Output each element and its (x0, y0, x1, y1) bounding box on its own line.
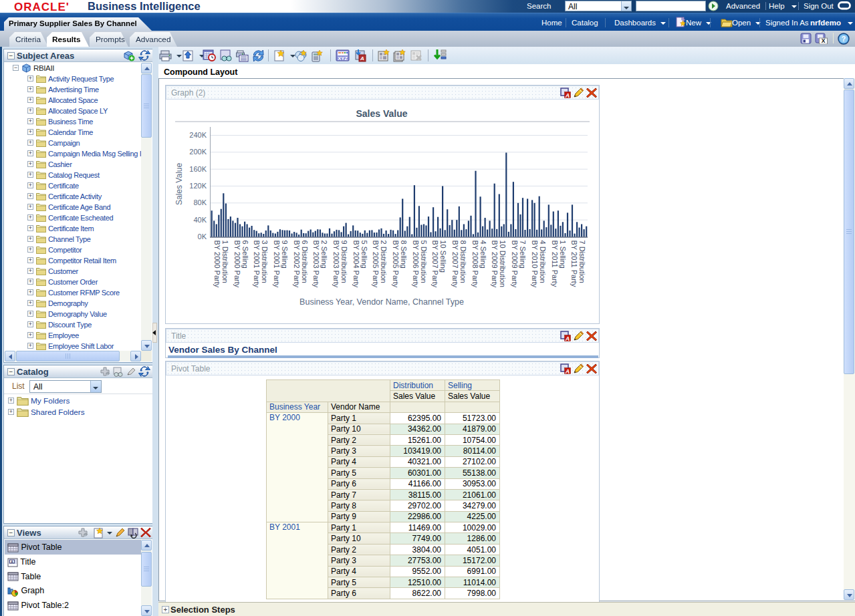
svg-text:X: X (822, 37, 826, 44)
svg-text:Sales Value: Sales Value (356, 108, 407, 119)
svg-text:7 Selling: 7 Selling (519, 241, 527, 269)
svg-text:200K: 200K (189, 148, 207, 156)
svg-text:3 Distribution: 3 Distribution (261, 241, 269, 283)
svg-text:A: A (565, 335, 570, 342)
svg-text:4 Distribution: 4 Distribution (539, 241, 547, 283)
svg-text:BY 2005 Party: BY 2005 Party (372, 241, 380, 288)
svg-text:2 Selling: 2 Selling (320, 241, 328, 269)
svg-text:A: A (11, 559, 13, 563)
svg-text:9 Distribution: 9 Distribution (340, 241, 348, 283)
svg-text:Sales Value: Sales Value (174, 163, 184, 205)
svg-text:BY 2003 Party: BY 2003 Party (312, 241, 320, 288)
svg-text:7 Distribution: 7 Distribution (578, 241, 586, 283)
svg-text:1 Distribution: 1 Distribution (221, 241, 229, 283)
svg-text:XYZ: XYZ (338, 55, 348, 61)
svg-text:?: ? (842, 35, 846, 43)
svg-text:9 Selling: 9 Selling (281, 241, 289, 269)
svg-text:240K: 240K (189, 131, 207, 139)
svg-text:Business Year, Vendor Name, Ch: Business Year, Vendor Name, Channel Type (299, 297, 464, 307)
svg-text:BY 2006 Party: BY 2006 Party (412, 241, 420, 288)
svg-text:5 Distribution: 5 Distribution (420, 241, 428, 283)
svg-text:10 Selling: 10 Selling (439, 241, 447, 273)
svg-text:BY 2007 Party: BY 2007 Party (451, 241, 459, 288)
svg-text:8 Distribution: 8 Distribution (459, 241, 467, 283)
svg-text:A: A (360, 55, 364, 61)
svg-text:BY 2004 Party: BY 2004 Party (352, 241, 360, 288)
svg-text:6 Selling: 6 Selling (241, 241, 249, 269)
svg-text:10 Distribution: 10 Distribution (499, 241, 507, 287)
svg-text:BY 2003 Party: BY 2003 Party (332, 241, 340, 288)
svg-text:BY 2001 Party: BY 2001 Party (273, 241, 281, 288)
svg-text:A: A (565, 368, 570, 375)
svg-text:0K: 0K (198, 233, 207, 241)
svg-text:160K: 160K (189, 165, 207, 173)
svg-text:BY 2011 Party: BY 2011 Party (570, 241, 578, 287)
svg-text:6 Distribution: 6 Distribution (301, 241, 309, 283)
svg-text:BY 2001 Party: BY 2001 Party (253, 241, 261, 288)
svg-text:2 Distribution: 2 Distribution (380, 241, 388, 283)
svg-text:1 Selling: 1 Selling (559, 241, 567, 269)
svg-text:BY 2000 Party: BY 2000 Party (213, 241, 221, 288)
svg-text:BY 2002 Party: BY 2002 Party (293, 241, 301, 288)
svg-text:120K: 120K (189, 182, 207, 190)
svg-text:BY 2010 Party: BY 2010 Party (531, 241, 539, 288)
svg-text:4 Selling: 4 Selling (479, 241, 487, 269)
svg-text:BY 2008 Party: BY 2008 Party (471, 241, 479, 288)
svg-text:BY 2005 Party: BY 2005 Party (392, 241, 400, 288)
svg-text:BY 2007 Party: BY 2007 Party (431, 241, 439, 288)
svg-text:5 Selling: 5 Selling (360, 241, 368, 269)
svg-text:BY 2011 Party: BY 2011 Party (551, 241, 559, 287)
svg-text:8 Selling: 8 Selling (400, 241, 408, 269)
svg-text:BY 2009 Party: BY 2009 Party (491, 241, 499, 288)
svg-text:80K: 80K (193, 198, 207, 206)
svg-text:BY 2009 Party: BY 2009 Party (511, 241, 519, 288)
svg-text:40K: 40K (193, 216, 207, 224)
svg-text:BY 2000 Party: BY 2000 Party (233, 241, 241, 288)
